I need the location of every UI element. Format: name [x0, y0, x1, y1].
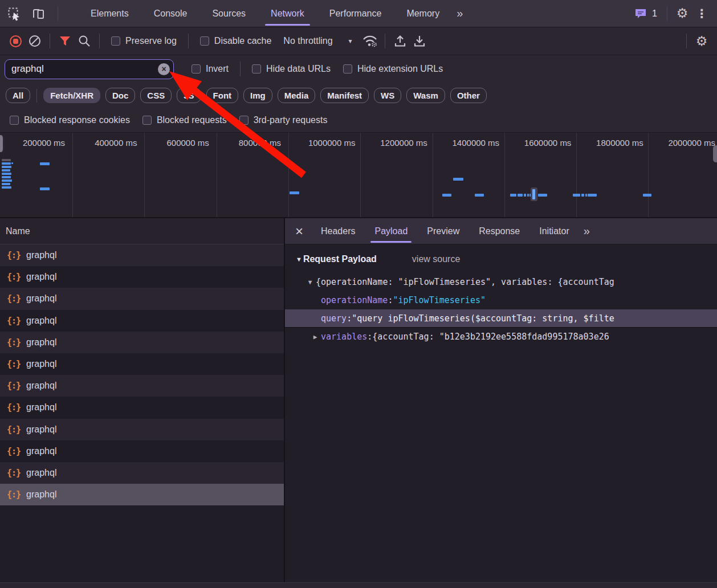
more-panels-icon[interactable]: » [452, 7, 467, 20]
waterfall-bar[interactable] [2, 176, 11, 178]
hide-extension-urls-toggle[interactable]: Hide extension URLs [343, 64, 443, 74]
waterfall-bar[interactable] [510, 194, 516, 197]
hide-data-urls-checkbox[interactable] [252, 64, 261, 74]
view-source-link[interactable]: view source [412, 254, 460, 264]
tab-elements[interactable]: Elements [78, 0, 141, 27]
toggle-blocked-response-cookies[interactable]: Blocked response cookies [10, 115, 130, 125]
detail-tab-preview[interactable]: Preview [417, 218, 469, 244]
filter-chip-media[interactable]: Media [278, 88, 316, 103]
waterfall-bar[interactable] [475, 194, 484, 197]
tab-performance[interactable]: Performance [317, 0, 394, 27]
invert-checkbox[interactable] [192, 64, 201, 74]
waterfall-bar[interactable] [643, 194, 651, 197]
clear-filter-icon[interactable]: × [158, 63, 170, 75]
filter-chip-ws[interactable]: WS [374, 88, 401, 103]
record-network-log-button[interactable] [6, 31, 25, 51]
close-details-icon[interactable]: × [290, 222, 309, 241]
waterfall-bar[interactable] [527, 194, 529, 197]
request-row[interactable]: {:}graphql [0, 244, 284, 266]
throttling-select[interactable]: No throttling ▾ [283, 36, 352, 46]
waterfall-bar[interactable] [2, 173, 11, 175]
filter-chip-js[interactable]: JS [177, 88, 201, 103]
detail-tab-payload[interactable]: Payload [365, 218, 417, 244]
waterfall-bar[interactable] [453, 178, 463, 181]
waterfall-bar[interactable] [2, 162, 11, 165]
filter-chip-doc[interactable]: Doc [105, 88, 135, 103]
disable-cache-checkbox[interactable] [200, 36, 209, 46]
waterfall-bar[interactable] [585, 194, 587, 197]
waterfall-bar[interactable] [588, 194, 597, 197]
waterfall-bar[interactable] [40, 187, 50, 190]
overflow-menu-icon[interactable]: ⋮ [692, 4, 711, 23]
settings-gear-icon[interactable]: ⚙ [673, 4, 692, 23]
waterfall-bar[interactable] [2, 166, 11, 168]
detail-tab-response[interactable]: Response [469, 218, 529, 244]
request-row[interactable]: {:}graphql [0, 462, 284, 484]
tab-memory[interactable]: Memory [394, 0, 452, 27]
timeline-scroll-handle-left[interactable] [0, 135, 5, 152]
invert-toggle[interactable]: Invert [192, 64, 229, 74]
collapse-triangle-icon[interactable]: ▼ [296, 256, 302, 263]
tab-sources[interactable]: Sources [199, 0, 258, 27]
expander-icon[interactable]: ▼ [304, 279, 316, 286]
issues-button[interactable]: 1 [629, 7, 662, 20]
disable-cache-toggle[interactable]: Disable cache [200, 36, 272, 46]
waterfall-bar[interactable] [2, 186, 11, 189]
filter-chip-other[interactable]: Other [450, 88, 487, 103]
inspect-element-icon[interactable] [5, 4, 24, 23]
request-row[interactable]: {:}graphql [0, 266, 284, 288]
network-conditions-icon[interactable] [360, 31, 380, 51]
timeline-scroll-handle-right[interactable] [713, 145, 717, 162]
import-har-icon[interactable] [390, 31, 410, 51]
filter-chip-css[interactable]: CSS [140, 88, 172, 103]
waterfall-bar[interactable] [2, 183, 10, 185]
search-icon[interactable] [75, 31, 94, 51]
request-row[interactable]: {:}graphql [0, 419, 284, 440]
hide-extension-urls-checkbox[interactable] [343, 64, 352, 74]
tab-console[interactable]: Console [141, 0, 200, 27]
detail-tab-headers[interactable]: Headers [311, 218, 365, 244]
waterfall-bar[interactable] [11, 162, 13, 164]
filter-chip-manifest[interactable]: Manifest [320, 88, 369, 103]
filter-chip-all[interactable]: All [6, 88, 30, 103]
detail-tab-initiator[interactable]: Initiator [529, 218, 579, 244]
request-row[interactable]: {:}graphql [0, 375, 284, 397]
blocked-response-cookies-checkbox[interactable] [10, 116, 19, 125]
waterfall-bar[interactable] [581, 194, 584, 197]
waterfall-bar[interactable] [442, 194, 451, 197]
hide-data-urls-toggle[interactable]: Hide data URLs [252, 64, 331, 74]
waterfall-bar[interactable] [2, 179, 12, 182]
more-detail-tabs-icon[interactable]: » [579, 224, 594, 238]
toggle-3rd-party-requests[interactable]: 3rd-party requests [239, 115, 328, 125]
request-row[interactable]: {:}graphql [0, 353, 284, 375]
waterfall-bar[interactable] [518, 194, 523, 197]
request-row[interactable]: {:}graphql [0, 288, 284, 309]
request-row[interactable]: {:}graphql [0, 440, 284, 462]
waterfall-bar[interactable] [538, 194, 547, 197]
waterfall-bar[interactable] [290, 191, 299, 194]
bottom-scrollbar-strip[interactable] [0, 582, 717, 588]
3rd-party-requests-checkbox[interactable] [239, 116, 248, 125]
filter-chip-wasm[interactable]: Wasm [406, 88, 445, 103]
filter-icon[interactable] [55, 31, 75, 51]
waterfall-bar[interactable] [40, 162, 50, 165]
payload-row[interactable]: ▶variables: {accountTag: "b12e3b2192ee55… [285, 328, 717, 346]
filter-chip-font[interactable]: Font [206, 88, 238, 103]
request-row[interactable]: {:}graphql [0, 332, 284, 353]
waterfall-bar[interactable] [2, 169, 10, 172]
export-har-icon[interactable] [410, 31, 429, 51]
request-row[interactable]: {:}graphql [0, 484, 284, 505]
request-row[interactable]: {:}graphql [0, 310, 284, 332]
expander-icon[interactable]: ▶ [309, 333, 321, 341]
request-row[interactable]: {:}graphql [0, 397, 284, 418]
preserve-log-toggle[interactable]: Preserve log [111, 36, 177, 46]
filter-chip-fetch-xhr[interactable]: Fetch/XHR [43, 88, 100, 103]
waterfall-bar[interactable] [573, 194, 580, 197]
filter-input[interactable] [5, 59, 174, 79]
preserve-log-checkbox[interactable] [111, 36, 120, 46]
payload-row[interactable]: query: "query ipFlowTimeseries($accountT… [285, 309, 717, 328]
device-toolbar-icon[interactable] [28, 4, 48, 23]
payload-row[interactable]: ▼{operationName: "ipFlowTimeseries", var… [285, 273, 717, 291]
waterfall-bar[interactable] [524, 194, 526, 197]
toggle-blocked-requests[interactable]: Blocked requests [142, 115, 227, 125]
